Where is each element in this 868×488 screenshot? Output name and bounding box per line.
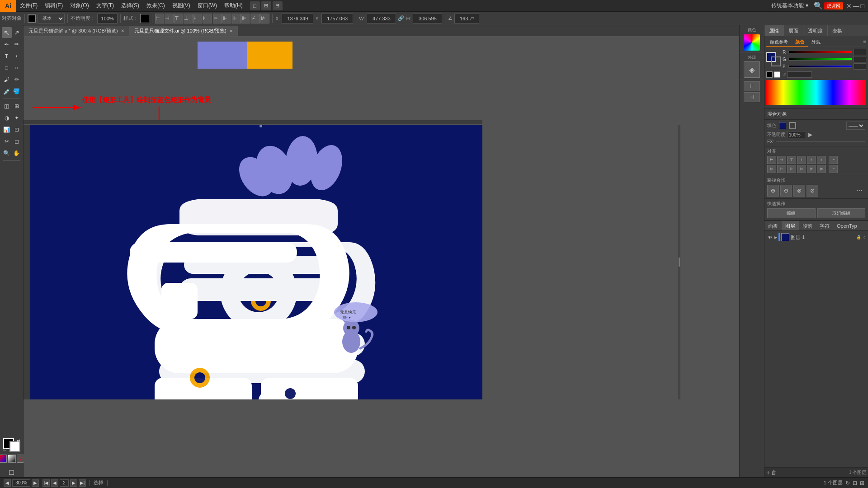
- layer-1-expand[interactable]: ▶: [774, 235, 777, 239]
- color-wheel-icon[interactable]: [744, 34, 760, 51]
- delete-layer-icon[interactable]: 🗑: [771, 469, 777, 476]
- tab-character[interactable]: 字符: [816, 221, 833, 231]
- ellipse-tool[interactable]: ○: [12, 62, 22, 73]
- exclude-btn[interactable]: ⊘: [807, 185, 818, 197]
- link-wh-icon[interactable]: 🔗: [398, 15, 404, 21]
- zoom-tool[interactable]: 🔍: [2, 148, 12, 159]
- w-input[interactable]: [367, 14, 396, 23]
- fill-color-swatch[interactable]: [779, 122, 786, 129]
- align-right-btn[interactable]: ⊤: [787, 156, 796, 164]
- color-sub-tab[interactable]: 颜色参考: [766, 38, 792, 47]
- new-doc-icon[interactable]: □: [250, 1, 260, 10]
- menu-edit[interactable]: 编辑(E): [41, 0, 66, 11]
- fit-to-screen-icon[interactable]: ⊡: [853, 480, 857, 486]
- appearance-icon[interactable]: ◈: [744, 61, 760, 78]
- color-mode-btn[interactable]: [0, 455, 7, 463]
- align-center-icon[interactable]: ⊣: [744, 92, 760, 102]
- artboard-num-input[interactable]: [60, 479, 69, 487]
- gradient-tool[interactable]: ◫: [2, 101, 12, 112]
- zoom-out-btn[interactable]: ◀: [4, 479, 11, 487]
- menu-effect[interactable]: 效果(C): [143, 0, 169, 11]
- stroke-type-dropdown[interactable]: ——: [846, 122, 865, 130]
- paint-bucket-tool[interactable]: 🪣: [12, 86, 22, 97]
- distribute-v[interactable]: ⊩: [222, 14, 231, 23]
- intersect-btn[interactable]: ⊗: [793, 185, 805, 197]
- minus-front-btn[interactable]: ⊖: [780, 185, 792, 197]
- arrange-windows-icon[interactable]: ⊞: [860, 480, 864, 486]
- combined-objects-header[interactable]: 混合对象: [764, 109, 868, 120]
- menu-help[interactable]: 帮助(H): [221, 0, 246, 11]
- align-center-v-btn[interactable]: ⊦: [807, 156, 816, 164]
- align-center-h-btn[interactable]: ⊣: [777, 156, 786, 164]
- gradient-mode-btn[interactable]: [8, 455, 16, 463]
- minimize-icon[interactable]: —: [853, 2, 859, 9]
- eyedropper-tool[interactable]: 💉: [2, 86, 12, 97]
- distribute-v3[interactable]: ⊭: [260, 14, 269, 23]
- tab-paragraph[interactable]: 段落: [799, 221, 816, 231]
- align-v-top[interactable]: ⊥: [184, 14, 193, 23]
- artboard-tool[interactable]: ⊡: [12, 124, 22, 135]
- menu-file[interactable]: 文件(F): [16, 0, 41, 11]
- workspace-selector[interactable]: 传统基本功能 ▾: [768, 2, 811, 9]
- zoom-input[interactable]: [12, 479, 30, 487]
- close-tab-2[interactable]: ✕: [229, 28, 233, 33]
- tab-layers-btn[interactable]: 层面: [784, 25, 803, 36]
- direct-select-tool[interactable]: ↗: [12, 27, 22, 38]
- selection-tool[interactable]: ↖: [2, 27, 12, 38]
- zoom-in-btn[interactable]: ▶: [32, 479, 39, 487]
- stroke-dropdown[interactable]: 基本: [38, 14, 65, 23]
- align-top-btn[interactable]: ⊥: [797, 156, 806, 164]
- tab-transform[interactable]: 变换: [828, 25, 847, 36]
- symbol-tool[interactable]: ✦: [12, 113, 22, 123]
- artboard-resize-handle[interactable]: [678, 125, 680, 399]
- arrange-icon[interactable]: ⊞: [261, 1, 271, 10]
- unite-btn[interactable]: ⊕: [767, 185, 779, 197]
- layer-1-item[interactable]: 👁 ▶ 图层 1 🔒 ○: [766, 232, 867, 242]
- tab-transparency[interactable]: 透明度: [803, 25, 828, 36]
- y-input[interactable]: [321, 14, 353, 23]
- distribute-h2[interactable]: ⊪: [232, 14, 241, 23]
- pencil-tool[interactable]: ✏: [12, 74, 22, 85]
- doc-tab-2[interactable]: 元旦是只猫源文件.ai @ 100% (RGB/预览) ✕: [129, 26, 238, 36]
- change-screen-mode[interactable]: ◻: [2, 466, 22, 477]
- eraser-tool[interactable]: ◻: [12, 136, 22, 147]
- x-input[interactable]: [282, 14, 313, 23]
- menu-select[interactable]: 选择(S): [118, 0, 143, 11]
- next-page-btn[interactable]: ▶: [70, 479, 77, 487]
- tab-properties[interactable]: 属性: [764, 25, 784, 36]
- white-swatch-small[interactable]: [774, 71, 780, 78]
- next-artboard-btn[interactable]: ▶|: [79, 479, 86, 487]
- blend-tool[interactable]: ◑: [2, 113, 12, 123]
- prev-artboard-btn[interactable]: |◀: [42, 479, 50, 487]
- add-layer-icon[interactable]: +: [766, 469, 770, 476]
- distribute-h3[interactable]: ⊬: [251, 14, 260, 23]
- align-bottom-btn[interactable]: ⊧: [817, 156, 826, 164]
- rect-tool[interactable]: □: [2, 62, 12, 73]
- h-input[interactable]: [413, 14, 442, 23]
- dist-more-icon[interactable]: ⋯: [829, 165, 838, 173]
- dist-bottom-btn[interactable]: ⊭: [817, 165, 826, 173]
- align-v-bottom[interactable]: ⊧: [203, 14, 212, 23]
- black-swatch-small[interactable]: [766, 71, 773, 78]
- line-tool[interactable]: \: [12, 51, 22, 61]
- align-v-center[interactable]: ⊦: [193, 14, 202, 23]
- maximize-icon[interactable]: □: [861, 2, 864, 9]
- rotate-view-icon[interactable]: ↻: [845, 480, 850, 486]
- color-tab-active[interactable]: 颜色: [792, 38, 808, 47]
- r-channel-input[interactable]: [854, 49, 866, 55]
- doc-tab-1[interactable]: 元旦是只猫讲解.ai* @ 300% (RGB/预览) ✕: [24, 26, 129, 36]
- menu-text[interactable]: 文字(T): [93, 0, 118, 11]
- menu-window[interactable]: 窗口(W): [194, 0, 221, 11]
- appearance-sub-tab[interactable]: 外观: [808, 38, 824, 47]
- g-channel-input[interactable]: [854, 56, 866, 62]
- tab-board[interactable]: 面板: [764, 221, 782, 231]
- pen-tool[interactable]: ✒: [2, 39, 12, 50]
- arrange2-icon[interactable]: ⊟: [273, 1, 283, 10]
- tab-layers[interactable]: 图层: [782, 221, 799, 231]
- opacity-prop-input[interactable]: [787, 131, 805, 138]
- stroke-color-swatch[interactable]: [789, 122, 796, 129]
- mesh-tool[interactable]: ⊞: [12, 101, 22, 112]
- prev-page-btn[interactable]: ◀: [51, 479, 58, 487]
- align-left-btn[interactable]: ⊢: [767, 156, 776, 164]
- hex-input[interactable]: [787, 71, 812, 78]
